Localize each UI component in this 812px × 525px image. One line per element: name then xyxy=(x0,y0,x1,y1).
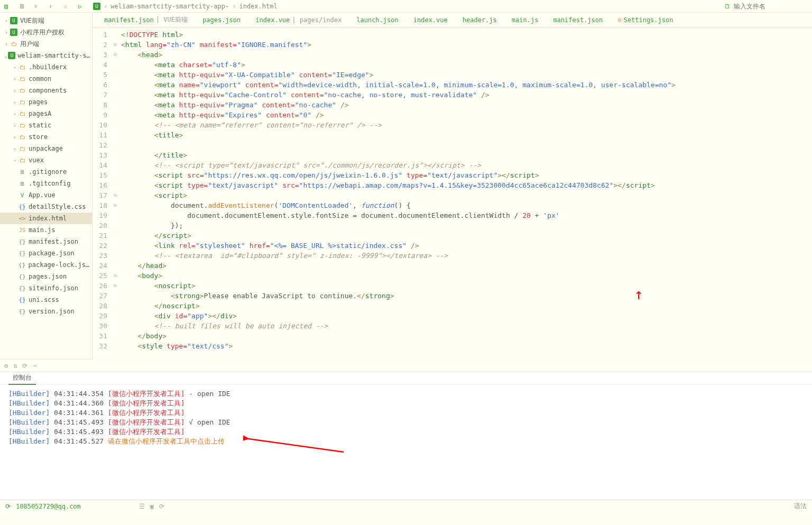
status-bar: ⟳ 1085052729@qq.com ☰ ▣ ⟳ 语法 xyxy=(0,500,812,512)
console-line: [HBuilder] 04:31:45.493 [微信小程序开发者工具] √ o… xyxy=(8,418,804,427)
status-icon[interactable]: ⟳ xyxy=(159,503,164,510)
footer-icon[interactable]: ⇅ xyxy=(13,362,17,370)
new-file-icon[interactable]: 🗋 xyxy=(724,3,731,10)
tree-item[interactable]: ›🗀unpackage xyxy=(0,143,92,154)
syntax-label[interactable]: 语法 xyxy=(794,502,807,511)
status-icon[interactable]: ▣ xyxy=(150,503,154,510)
tree-item[interactable]: ›🗀pages xyxy=(0,96,92,108)
sync-icon[interactable]: ⟳ xyxy=(5,503,11,510)
editor-tabs: manifest.json| VUE前端pages.jsonindex.vue|… xyxy=(93,13,812,27)
tree-item[interactable]: 🗎.gitignore xyxy=(0,166,92,178)
sidebar-footer: ⚙ ⇅ ⟳ ⋯ xyxy=(0,359,93,372)
status-icon[interactable]: ☰ xyxy=(139,503,145,510)
breadcrumb-segment[interactable]: weliam-smartcity-smartcity-app- xyxy=(110,3,229,10)
tree-item[interactable]: ›🗀common xyxy=(0,73,92,85)
tree-item[interactable]: ›U小程序用户授权 xyxy=(0,26,92,38)
file-search[interactable]: 🗋 xyxy=(724,3,808,10)
editor-tab[interactable]: manifest.json| VUE前端 xyxy=(97,13,195,27)
breadcrumb: U › weliam-smartcity-smartcity-app- › in… xyxy=(93,3,278,10)
console-tab[interactable]: 控制台 xyxy=(8,372,36,385)
run-icon[interactable]: ▷ xyxy=(78,3,86,10)
editor-tab[interactable]: index.vue xyxy=(406,13,455,27)
console-line: [HBuilder] 04:31:44.360 [微信小程序开发者工具] xyxy=(8,399,804,408)
editor-tab[interactable]: index.vue| pages/index xyxy=(248,13,349,27)
tree-item[interactable]: ›🗀components xyxy=(0,85,92,96)
back-icon[interactable]: ‹ xyxy=(34,3,41,10)
search-input[interactable] xyxy=(734,3,808,10)
tree-item[interactable]: {}version.json xyxy=(0,306,92,317)
editor-tab[interactable]: pages.json xyxy=(195,13,248,27)
tree-item[interactable]: {}manifest.json xyxy=(0,236,92,247)
console-line: [HBuilder] 04:31:44.354 [微信小程序开发者工具] - o… xyxy=(8,389,804,399)
footer-icon[interactable]: ⚙ xyxy=(4,362,8,370)
star-icon[interactable]: ☆ xyxy=(63,3,71,10)
tree-item[interactable]: {}package-lock.json xyxy=(0,259,92,271)
console-output[interactable]: [HBuilder] 04:31:44.354 [微信小程序开发者工具] - o… xyxy=(0,385,812,500)
tree-item[interactable]: ⌄Uweliam-smartcity-smart... xyxy=(0,50,92,61)
tree-item[interactable]: {}package.json xyxy=(0,247,92,259)
tree-item[interactable]: <>index.html xyxy=(0,213,92,224)
footer-icon[interactable]: ⋯ xyxy=(33,362,36,370)
editor-tab[interactable]: ⚙Settings.json xyxy=(610,13,680,27)
tree-item[interactable]: 🗎.tgitconfig xyxy=(0,178,92,189)
breadcrumb-segment[interactable]: index.html xyxy=(239,3,277,10)
tree-item[interactable]: {}siteinfo.json xyxy=(0,282,92,294)
tree-item[interactable]: {}detailStyle.css xyxy=(0,201,92,213)
bottom-panel: 控制台 [HBuilder] 04:31:44.354 [微信小程序开发者工具]… xyxy=(0,372,812,512)
code-editor[interactable]: 1234567891011121314151617181920212223242… xyxy=(93,27,812,372)
tree-item[interactable]: {}uni.scss xyxy=(0,294,92,306)
tree-item[interactable]: ›🗀store xyxy=(0,131,92,143)
project-icon: U xyxy=(93,3,100,10)
console-line: [HBuilder] 04:31:45.527 请在微信小程序开发者工具中点击上… xyxy=(8,437,804,446)
tree-item[interactable]: ›🗀.hbuilderx xyxy=(0,61,92,73)
editor-area: manifest.json| VUE前端pages.jsonindex.vue|… xyxy=(93,13,812,372)
editor-tab[interactable]: main.js xyxy=(504,13,546,27)
editor-tab[interactable]: launch.json xyxy=(349,13,405,27)
save-icon[interactable]: 🗎 xyxy=(19,3,26,10)
tree-item[interactable]: ›🗀static xyxy=(0,119,92,131)
tree-item[interactable]: ›🗀vuex xyxy=(0,154,92,166)
tree-item[interactable]: JSmain.js xyxy=(0,224,92,236)
sidebar-toggle-icon[interactable]: ▤ xyxy=(4,3,12,10)
user-email[interactable]: 1085052729@qq.com xyxy=(16,503,81,510)
console-line: [HBuilder] 04:31:45.493 [微信小程序开发者工具] xyxy=(8,427,804,437)
console-line: [HBuilder] 04:31:44.361 [微信小程序开发者工具] xyxy=(8,408,804,418)
top-toolbar: ▤ 🗎 ‹ › ☆ ▷ U › weliam-smartcity-smartci… xyxy=(0,0,812,13)
footer-icon[interactable]: ⟳ xyxy=(22,362,27,370)
tree-item[interactable]: ›UVUE前端 xyxy=(0,15,92,26)
editor-tab[interactable]: manifest.json xyxy=(546,13,610,27)
tree-item[interactable]: {}pages.json xyxy=(0,271,92,282)
tree-item[interactable]: ›🗀用户端 xyxy=(0,38,92,50)
tree-item[interactable]: ›🗀pagesA xyxy=(0,108,92,119)
tree-item[interactable]: VApp.vue xyxy=(0,189,92,201)
file-explorer: ›UVUE前端›U小程序用户授权›🗀用户端⌄Uweliam-smartcity-… xyxy=(0,13,93,372)
forward-icon[interactable]: › xyxy=(49,3,56,10)
editor-tab[interactable]: header.js xyxy=(455,13,504,27)
